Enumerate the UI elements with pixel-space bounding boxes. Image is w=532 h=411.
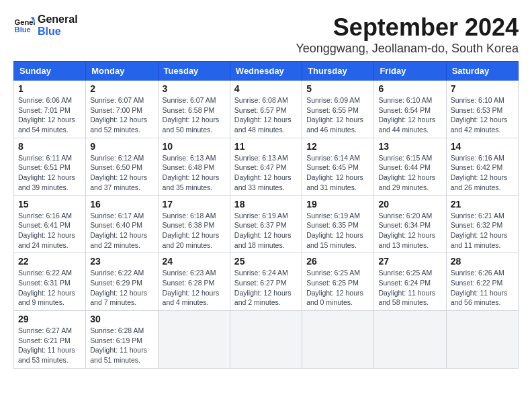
calendar-cell [158, 311, 230, 369]
col-thursday: Thursday [302, 62, 374, 81]
day-info: Sunrise: 6:26 AM Sunset: 6:22 PM Dayligh… [451, 268, 514, 308]
col-wednesday: Wednesday [230, 62, 302, 81]
logo-icon: General Blue [13, 16, 35, 35]
day-info: Sunrise: 6:20 AM Sunset: 6:34 PM Dayligh… [378, 211, 441, 250]
day-number: 4 [234, 83, 298, 94]
day-number: 14 [451, 141, 514, 152]
calendar-cell: 7Sunrise: 6:10 AM Sunset: 6:53 PM Daylig… [446, 81, 518, 138]
col-monday: Monday [86, 62, 158, 81]
day-info: Sunrise: 6:11 AM Sunset: 6:51 PM Dayligh… [18, 153, 81, 193]
calendar-cell [446, 311, 518, 369]
day-info: Sunrise: 6:10 AM Sunset: 6:54 PM Dayligh… [378, 95, 441, 135]
day-info: Sunrise: 6:09 AM Sunset: 6:55 PM Dayligh… [306, 95, 369, 135]
day-number: 12 [306, 141, 369, 152]
logo-line2: Blue [38, 26, 78, 38]
calendar-cell: 19Sunrise: 6:19 AM Sunset: 6:35 PM Dayli… [302, 195, 374, 253]
day-info: Sunrise: 6:22 AM Sunset: 6:29 PM Dayligh… [90, 268, 153, 308]
month-title: September 2024 [296, 13, 519, 42]
calendar-cell: 6Sunrise: 6:10 AM Sunset: 6:54 PM Daylig… [374, 81, 446, 138]
day-info: Sunrise: 6:21 AM Sunset: 6:32 PM Dayligh… [451, 211, 514, 250]
header: General Blue General Blue September 2024… [13, 13, 519, 56]
calendar-cell: 16Sunrise: 6:17 AM Sunset: 6:40 PM Dayli… [86, 195, 158, 253]
day-number: 3 [163, 83, 226, 94]
calendar-week-3: 15Sunrise: 6:16 AM Sunset: 6:41 PM Dayli… [14, 195, 519, 253]
day-number: 2 [90, 83, 153, 94]
calendar-cell: 10Sunrise: 6:13 AM Sunset: 6:48 PM Dayli… [158, 138, 230, 195]
col-tuesday: Tuesday [158, 62, 230, 81]
calendar-week-1: 1Sunrise: 6:06 AM Sunset: 7:01 PM Daylig… [14, 81, 519, 138]
day-number: 6 [378, 83, 441, 94]
day-number: 30 [90, 314, 153, 324]
day-number: 29 [18, 314, 81, 324]
title-section: September 2024 Yeonggwang, Jeollanam-do,… [296, 13, 519, 56]
calendar-cell: 29Sunrise: 6:27 AM Sunset: 6:21 PM Dayli… [14, 311, 86, 369]
calendar-cell: 2Sunrise: 6:07 AM Sunset: 7:00 PM Daylig… [86, 81, 158, 138]
calendar-cell [230, 311, 302, 369]
day-info: Sunrise: 6:16 AM Sunset: 6:41 PM Dayligh… [18, 211, 81, 250]
calendar-cell: 15Sunrise: 6:16 AM Sunset: 6:41 PM Dayli… [14, 195, 86, 253]
day-number: 22 [18, 256, 81, 267]
calendar-cell: 3Sunrise: 6:07 AM Sunset: 6:58 PM Daylig… [158, 81, 230, 138]
day-info: Sunrise: 6:13 AM Sunset: 6:47 PM Dayligh… [234, 153, 298, 193]
svg-text:Blue: Blue [15, 26, 31, 34]
day-info: Sunrise: 6:28 AM Sunset: 6:19 PM Dayligh… [90, 326, 153, 365]
day-number: 8 [18, 141, 81, 152]
day-number: 28 [451, 256, 514, 267]
calendar-cell: 5Sunrise: 6:09 AM Sunset: 6:55 PM Daylig… [302, 81, 374, 138]
calendar-cell: 22Sunrise: 6:22 AM Sunset: 6:31 PM Dayli… [14, 253, 86, 311]
day-number: 11 [234, 141, 298, 152]
calendar-cell: 20Sunrise: 6:20 AM Sunset: 6:34 PM Dayli… [374, 195, 446, 253]
calendar-cell: 28Sunrise: 6:26 AM Sunset: 6:22 PM Dayli… [446, 253, 518, 311]
day-number: 25 [234, 256, 298, 267]
calendar-cell: 8Sunrise: 6:11 AM Sunset: 6:51 PM Daylig… [14, 138, 86, 195]
calendar-cell: 17Sunrise: 6:18 AM Sunset: 6:38 PM Dayli… [158, 195, 230, 253]
calendar-cell: 27Sunrise: 6:25 AM Sunset: 6:24 PM Dayli… [374, 253, 446, 311]
day-number: 20 [378, 199, 441, 210]
col-saturday: Saturday [446, 62, 518, 81]
day-info: Sunrise: 6:19 AM Sunset: 6:35 PM Dayligh… [306, 211, 369, 250]
calendar-cell: 21Sunrise: 6:21 AM Sunset: 6:32 PM Dayli… [446, 195, 518, 253]
logo: General Blue General Blue [13, 13, 78, 38]
day-info: Sunrise: 6:07 AM Sunset: 6:58 PM Dayligh… [163, 95, 226, 135]
day-number: 27 [378, 256, 441, 267]
location-title: Yeonggwang, Jeollanam-do, South Korea [296, 42, 519, 56]
calendar-cell: 25Sunrise: 6:24 AM Sunset: 6:27 PM Dayli… [230, 253, 302, 311]
calendar-cell: 18Sunrise: 6:19 AM Sunset: 6:37 PM Dayli… [230, 195, 302, 253]
calendar-week-4: 22Sunrise: 6:22 AM Sunset: 6:31 PM Dayli… [14, 253, 519, 311]
day-info: Sunrise: 6:14 AM Sunset: 6:45 PM Dayligh… [306, 153, 369, 193]
calendar-table: Sunday Monday Tuesday Wednesday Thursday… [13, 61, 519, 369]
day-info: Sunrise: 6:13 AM Sunset: 6:48 PM Dayligh… [163, 153, 226, 193]
day-info: Sunrise: 6:10 AM Sunset: 6:53 PM Dayligh… [451, 95, 514, 135]
calendar-cell: 1Sunrise: 6:06 AM Sunset: 7:01 PM Daylig… [14, 81, 86, 138]
col-sunday: Sunday [14, 62, 86, 81]
day-info: Sunrise: 6:07 AM Sunset: 7:00 PM Dayligh… [90, 95, 153, 135]
day-info: Sunrise: 6:15 AM Sunset: 6:44 PM Dayligh… [378, 153, 441, 193]
day-info: Sunrise: 6:19 AM Sunset: 6:37 PM Dayligh… [234, 211, 298, 250]
day-info: Sunrise: 6:24 AM Sunset: 6:27 PM Dayligh… [234, 268, 298, 308]
calendar-cell: 4Sunrise: 6:08 AM Sunset: 6:57 PM Daylig… [230, 81, 302, 138]
calendar-cell: 23Sunrise: 6:22 AM Sunset: 6:29 PM Dayli… [86, 253, 158, 311]
day-number: 9 [90, 141, 153, 152]
day-info: Sunrise: 6:22 AM Sunset: 6:31 PM Dayligh… [18, 268, 81, 308]
day-info: Sunrise: 6:08 AM Sunset: 6:57 PM Dayligh… [234, 95, 298, 135]
svg-text:General: General [15, 18, 35, 26]
day-number: 13 [378, 141, 441, 152]
day-number: 24 [163, 256, 226, 267]
day-number: 18 [234, 199, 298, 210]
day-number: 1 [18, 83, 81, 94]
calendar-cell: 11Sunrise: 6:13 AM Sunset: 6:47 PM Dayli… [230, 138, 302, 195]
calendar-cell [374, 311, 446, 369]
day-number: 23 [90, 256, 153, 267]
day-info: Sunrise: 6:06 AM Sunset: 7:01 PM Dayligh… [18, 95, 81, 135]
day-number: 21 [451, 199, 514, 210]
calendar-cell [302, 311, 374, 369]
day-info: Sunrise: 6:18 AM Sunset: 6:38 PM Dayligh… [163, 211, 226, 250]
day-number: 15 [18, 199, 81, 210]
day-number: 7 [451, 83, 514, 94]
calendar-cell: 30Sunrise: 6:28 AM Sunset: 6:19 PM Dayli… [86, 311, 158, 369]
calendar-cell: 26Sunrise: 6:25 AM Sunset: 6:25 PM Dayli… [302, 253, 374, 311]
day-info: Sunrise: 6:17 AM Sunset: 6:40 PM Dayligh… [90, 211, 153, 250]
logo-line1: General [38, 13, 78, 26]
day-number: 19 [306, 199, 369, 210]
calendar-cell: 12Sunrise: 6:14 AM Sunset: 6:45 PM Dayli… [302, 138, 374, 195]
